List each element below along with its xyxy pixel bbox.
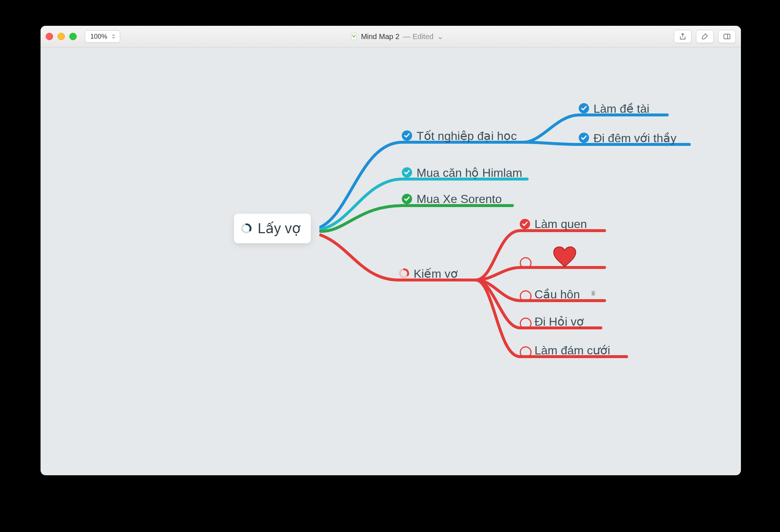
check-circle-icon [402, 194, 412, 204]
node-b2[interactable]: Mua căn hộ Himlam [417, 166, 522, 180]
check-circle-icon [402, 167, 412, 178]
titlebar: 100% Mind Map 2 — Edited ⌄ [41, 26, 741, 48]
progress-partial-icon [241, 223, 252, 234]
window-controls [46, 33, 77, 40]
status-done-badge[interactable] [579, 103, 589, 113]
status-done-badge[interactable] [402, 130, 412, 141]
chevron-updown-icon [111, 34, 116, 39]
zoom-value: 100% [90, 33, 107, 41]
paintbrush-icon [701, 32, 709, 41]
note-icon[interactable]: ≡≡ [591, 292, 595, 295]
sidebar-icon [723, 32, 731, 41]
check-circle-icon [402, 130, 412, 141]
root-node[interactable]: Lấy vợ [234, 214, 311, 243]
zoom-select[interactable]: 100% [85, 30, 120, 43]
node-b4c4[interactable]: Đi Hỏi vợ [534, 315, 584, 329]
status-done-badge[interactable] [402, 194, 412, 204]
toolbar-right [674, 30, 736, 43]
node-b4c1[interactable]: Làm quen [534, 217, 587, 231]
check-circle-icon [579, 103, 589, 113]
zoom-window-button[interactable] [69, 33, 77, 40]
chevron-down-icon: ⌄ [437, 32, 443, 41]
status-done-badge[interactable] [520, 219, 530, 229]
document-icon [351, 33, 357, 40]
node-b1c1[interactable]: Làm đề tài [593, 102, 650, 116]
root-label: Lấy vợ [258, 220, 300, 237]
node-b3[interactable]: Mua Xe Sorento [417, 192, 502, 206]
share-icon [679, 32, 687, 41]
progress-partial-icon [399, 268, 409, 279]
node-b4c5[interactable]: Làm đám cưới [534, 343, 610, 357]
document-title[interactable]: Mind Map 2 — Edited ⌄ [125, 32, 669, 41]
panels-button[interactable] [718, 30, 736, 43]
status-partial-badge[interactable] [399, 268, 409, 279]
document-name: Mind Map 2 [361, 32, 400, 41]
status-todo-ring[interactable] [520, 257, 532, 269]
node-b1[interactable]: Tốt nghiệp đại học [417, 129, 517, 143]
node-b4c3[interactable]: Cầu hôn [534, 287, 580, 301]
status-todo-ring[interactable] [520, 318, 532, 329]
status-done-badge[interactable] [579, 133, 589, 143]
status-done-badge[interactable] [402, 167, 412, 178]
mindmap-canvas[interactable]: Lấy vợ Tốt nghiệp đại học Làm đề tài Đi … [41, 47, 741, 475]
svg-rect-1 [724, 34, 730, 39]
node-b4[interactable]: Kiếm vợ [414, 267, 458, 281]
share-button[interactable] [674, 30, 692, 43]
status-todo-ring[interactable] [520, 346, 532, 358]
heart-icon [553, 246, 577, 269]
check-circle-icon [579, 133, 589, 143]
app-window: 100% Mind Map 2 — Edited ⌄ [41, 26, 741, 475]
check-circle-icon [520, 219, 530, 229]
minimize-window-button[interactable] [58, 33, 65, 40]
format-button[interactable] [696, 30, 714, 43]
status-todo-ring[interactable] [520, 290, 532, 302]
document-state: — Edited [403, 32, 433, 41]
close-window-button[interactable] [46, 33, 53, 40]
node-b1c2[interactable]: Đi đêm với thầy [593, 131, 676, 145]
